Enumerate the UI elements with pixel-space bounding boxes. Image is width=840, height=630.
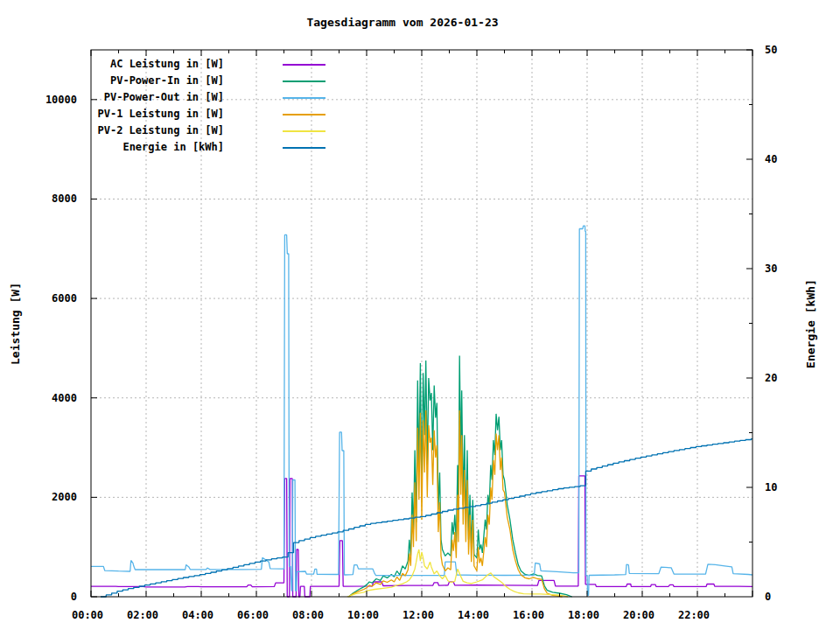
x-tick-label: 14:00 [458,609,489,621]
legend-label: PV-Power-In in [W] [0,73,224,89]
x-tick-label: 18:00 [568,609,599,621]
x-tick-label: 00:00 [72,609,103,621]
x-tick-label: 10:00 [347,609,379,621]
y-left-tick-label: 6000 [52,292,77,304]
legend-label: PV-Power-Out in [W] [0,89,224,106]
legend-item-pv-power-out-in-w: PV-Power-Out in [W] [0,89,350,106]
legend-line-sample [283,130,326,132]
legend-line-sample [283,64,326,66]
y-right-tick-label: 10 [765,481,777,494]
x-tick-label: 04:00 [182,609,214,621]
legend-label: Energie in [kWh] [0,139,224,156]
y-right-tick-label: 20 [765,372,777,384]
x-tick-label: 06:00 [237,609,269,621]
legend-label: AC Leistung in [W] [0,56,224,73]
legend-line-sample [283,97,326,99]
legend-item-ac-leistung-in-w: AC Leistung in [W] [0,56,350,73]
legend-item-pv-2-leistung-in-w: PV-2 Leistung in [W] [0,122,350,139]
legend-label: PV-1 Leistung in [W] [0,106,224,122]
legend-item-pv-power-in-in-w: PV-Power-In in [W] [0,73,350,89]
y-right-tick-label: 40 [765,153,777,165]
series-pv-power-out-in-w [91,226,752,595]
y-left-tick-label: 8000 [52,192,77,205]
y-right-tick-label: 0 [765,591,771,603]
x-tick-label: 02:00 [127,609,158,621]
legend-line-sample [283,114,326,116]
x-tick-label: 16:00 [513,609,544,621]
tagesdiagramm-chart: Tagesdiagramm vom 2026-01-23 Leistung [W… [0,0,840,630]
x-tick-label: 20:00 [623,609,654,621]
x-tick-label: 08:00 [292,609,324,621]
x-tick-label: 12:00 [402,609,434,621]
legend-item-energie-in-kwh: Energie in [kWh] [0,139,350,156]
y-left-tick-label: 2000 [52,491,77,503]
legend-line-sample [283,80,326,82]
y-left-tick-label: 0 [71,591,77,603]
y-right-tick-label: 30 [765,262,777,275]
legend-line-sample [283,147,326,149]
x-tick-label: 22:00 [678,609,710,621]
y-left-tick-label: 4000 [52,392,77,404]
legend: AC Leistung in [W]PV-Power-In in [W]PV-P… [0,56,350,156]
legend-label: PV-2 Leistung in [W] [0,122,224,139]
legend-item-pv-1-leistung-in-w: PV-1 Leistung in [W] [0,106,350,122]
series-pv-1-leistung-in-w [349,410,563,597]
y-right-tick-label: 50 [765,44,777,56]
